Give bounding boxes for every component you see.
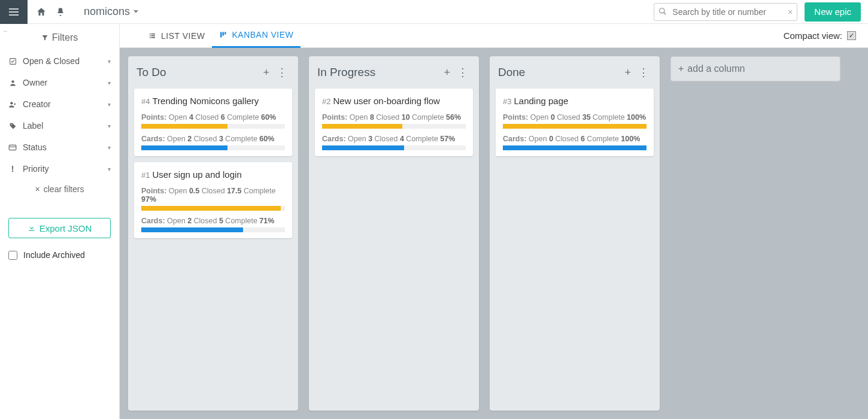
- add-column-button[interactable]: +add a column: [670, 56, 840, 81]
- plus-icon: +: [678, 63, 684, 74]
- epic-card[interactable]: #3Landing pagePoints: Open 0 Closed 35 C…: [496, 89, 654, 156]
- column-menu-button[interactable]: ⋮: [636, 63, 651, 81]
- card-number: #2: [322, 97, 330, 106]
- points-progress: [141, 206, 285, 211]
- search-box: ×: [654, 3, 797, 21]
- kanban-column: Done+⋮#3Landing pagePoints: Open 0 Close…: [490, 56, 660, 411]
- clear-filters-button[interactable]: × clear filters: [8, 180, 111, 202]
- filter-label: Priority: [23, 164, 49, 174]
- card-icon: [8, 144, 17, 151]
- cards-line: Cards: Open 2 Closed 3 Complete 60%: [141, 135, 285, 143]
- filter-priority[interactable]: ! Priority ▾: [8, 158, 111, 180]
- epic-card[interactable]: #1User sign up and loginPoints: Open 0.5…: [134, 162, 292, 238]
- filter-owner[interactable]: Owner ▾: [8, 72, 111, 93]
- filter-label: Owner: [23, 78, 47, 87]
- filter-label[interactable]: Label ▾: [8, 115, 111, 136]
- chevron-down-icon: ▾: [108, 58, 111, 65]
- compact-view-checkbox[interactable]: ✓: [847, 31, 856, 40]
- check-square-icon: [8, 57, 17, 65]
- card-title-text: User sign up and login: [152, 169, 241, 180]
- points-line: Points: Open 0.5 Closed 17.5 Complete 97…: [141, 187, 285, 204]
- chevron-down-icon: ▾: [108, 80, 111, 86]
- svg-point-3: [11, 80, 14, 83]
- project-selector[interactable]: nomicons: [74, 5, 138, 18]
- include-archived-label: Include Archived: [23, 250, 85, 260]
- column-title: In Progress: [317, 66, 375, 79]
- kanban-column: In Progress+⋮#2New user on-boarding flow…: [309, 56, 479, 411]
- svg-rect-17: [224, 32, 226, 35]
- tab-list-view[interactable]: LIST VIEW: [141, 24, 212, 48]
- card-title: #4Trending Nomicons gallery: [141, 96, 285, 106]
- svg-rect-6: [9, 145, 16, 150]
- kanban-column: To Do+⋮#4Trending Nomicons galleryPoints…: [128, 56, 298, 411]
- svg-rect-8: [29, 230, 34, 231]
- user-plus-icon: [8, 101, 17, 108]
- svg-point-4: [10, 102, 13, 104]
- points-progress: [322, 124, 466, 129]
- tab-list-label: LIST VIEW: [161, 31, 205, 41]
- cards-line: Cards: Open 3 Closed 4 Complete 57%: [322, 135, 466, 143]
- points-line: Points: Open 8 Closed 10 Complete 56%: [322, 113, 466, 122]
- svg-rect-10: [151, 34, 156, 35]
- list-icon: [148, 32, 156, 40]
- card-title: #2New user on-boarding flow: [322, 96, 466, 106]
- points-line: Points: Open 4 Closed 6 Complete 60%: [141, 113, 285, 122]
- filter-icon: [41, 34, 48, 41]
- chevron-down-icon: ▾: [108, 144, 111, 151]
- close-icon: ×: [35, 184, 40, 194]
- svg-rect-13: [150, 37, 151, 38]
- top-bar: nomicons × New epic: [0, 0, 868, 24]
- card-number: #4: [141, 97, 150, 106]
- svg-rect-11: [150, 35, 151, 37]
- add-column-label: add a column: [687, 63, 745, 74]
- filter-label: Label: [23, 121, 43, 130]
- tag-icon: [8, 122, 17, 130]
- epic-card[interactable]: #4Trending Nomicons galleryPoints: Open …: [134, 89, 292, 156]
- export-json-button[interactable]: Export JSON: [8, 218, 111, 238]
- cards-progress: [141, 145, 285, 150]
- points-progress: [141, 124, 285, 129]
- chevron-down-icon: ▾: [108, 123, 111, 129]
- hamburger-button[interactable]: [0, 0, 28, 24]
- filters-sidebar: ↔ Filters Open & Closed ▾ Owner ▾ Cr: [0, 24, 120, 419]
- svg-rect-14: [151, 37, 156, 38]
- search-input[interactable]: [654, 3, 797, 21]
- add-card-button[interactable]: +: [622, 64, 633, 81]
- view-tabs: LIST VIEW KANBAN VIEW Compact view: ✓: [120, 24, 868, 48]
- clear-search-icon[interactable]: ×: [788, 7, 793, 17]
- home-icon[interactable]: [36, 7, 47, 17]
- chevron-down-icon: ▾: [108, 101, 111, 108]
- filter-open-closed[interactable]: Open & Closed ▾: [8, 50, 111, 72]
- filter-creator[interactable]: Creator ▾: [8, 93, 111, 115]
- tab-kanban-label: KANBAN VIEW: [232, 30, 293, 40]
- caret-down-icon: [133, 10, 138, 13]
- card-number: #1: [141, 171, 150, 180]
- column-title: To Do: [136, 66, 166, 79]
- svg-rect-9: [150, 34, 151, 35]
- include-archived-checkbox[interactable]: [8, 251, 17, 260]
- column-menu-button[interactable]: ⋮: [455, 63, 471, 81]
- add-card-button[interactable]: +: [260, 64, 272, 81]
- tab-kanban-view[interactable]: KANBAN VIEW: [212, 24, 301, 48]
- new-epic-button[interactable]: New epic: [805, 2, 861, 22]
- notifications-icon[interactable]: [55, 7, 66, 17]
- exclamation-icon: !: [8, 164, 17, 174]
- svg-rect-15: [220, 32, 222, 38]
- include-archived-toggle[interactable]: Include Archived: [8, 250, 111, 260]
- add-card-button[interactable]: +: [441, 64, 453, 81]
- epic-card[interactable]: #2New user on-boarding flowPoints: Open …: [315, 89, 473, 156]
- search-icon: [658, 7, 667, 16]
- export-json-label: Export JSON: [40, 223, 92, 233]
- svg-rect-16: [223, 32, 224, 36]
- column-menu-button[interactable]: ⋮: [274, 63, 290, 81]
- card-title-text: Landing page: [514, 96, 568, 106]
- filters-heading: Filters: [8, 30, 111, 50]
- card-title: #1User sign up and login: [141, 169, 285, 180]
- kanban-board: To Do+⋮#4Trending Nomicons galleryPoints…: [120, 48, 868, 419]
- cards-line: Cards: Open 0 Closed 6 Complete 100%: [503, 135, 647, 143]
- compact-view-toggle[interactable]: Compact view: ✓: [784, 31, 856, 41]
- filter-status[interactable]: Status ▾: [8, 136, 111, 158]
- project-name-label: nomicons: [84, 5, 130, 18]
- sidebar-drag-handle[interactable]: ↔: [2, 28, 10, 34]
- hamburger-icon: [9, 8, 19, 16]
